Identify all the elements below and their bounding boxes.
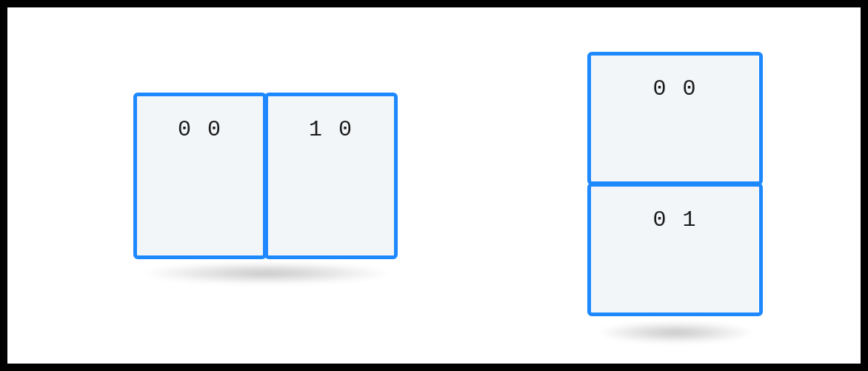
grid-cell: 0 0 <box>587 52 763 185</box>
vertical-group: 0 0 0 1 <box>587 52 763 316</box>
grid-cell: 0 0 <box>133 93 267 259</box>
shadow-horizontal <box>141 262 393 284</box>
shadow-vertical <box>596 321 755 344</box>
grid-cell: 0 1 <box>587 183 763 316</box>
grid-cell-label: 0 0 <box>178 117 222 142</box>
diagram-frame: 0 0 1 0 0 0 0 1 <box>7 7 861 364</box>
grid-cell-label: 0 0 <box>652 76 697 101</box>
grid-cell-label: 0 1 <box>652 207 697 233</box>
horizontal-group: 0 0 1 0 <box>133 93 398 259</box>
grid-cell: 1 0 <box>264 93 398 259</box>
grid-cell-label: 1 0 <box>309 117 353 142</box>
